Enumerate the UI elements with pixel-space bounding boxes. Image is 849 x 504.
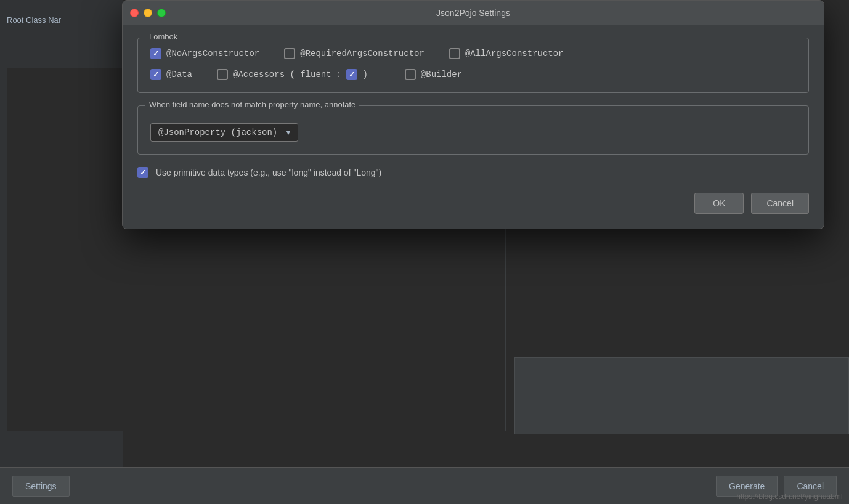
cancel-button[interactable]: Cancel xyxy=(751,193,809,214)
no-args-constructor-item: @NoArgsConstructor xyxy=(150,48,259,59)
dialog-buttons: OK Cancel xyxy=(137,193,809,214)
annotation-dropdown-container: @JsonProperty (jackson) @SerializedName … xyxy=(150,123,298,142)
accessors-item: @Accessors ( fluent : xyxy=(217,69,341,80)
data-item: @Data xyxy=(150,69,192,80)
annotate-group-label: When field name does not match property … xyxy=(145,100,359,109)
modal-titlebar: Json2Pojo Settings xyxy=(123,1,824,25)
ide-right-panel-top xyxy=(514,357,849,407)
fluent-val-label: ) xyxy=(362,70,367,79)
footer-link: https://blog.csdn.net/yinghuabmf xyxy=(736,492,843,501)
minimize-button[interactable] xyxy=(144,9,152,17)
all-args-constructor-item: @AllArgsConstructor xyxy=(449,48,564,59)
lombok-row1: @NoArgsConstructor @RequiredArgsConstruc… xyxy=(150,48,796,59)
builder-label: @Builder xyxy=(421,70,462,79)
lombok-group: Lombok @NoArgsConstructor @RequiredArgsC… xyxy=(137,38,809,93)
required-args-constructor-label: @RequiredArgsConstructor xyxy=(300,49,424,59)
all-args-constructor-checkbox[interactable] xyxy=(449,48,460,59)
data-label: @Data xyxy=(166,70,192,79)
modal-content: Lombok @NoArgsConstructor @RequiredArgsC… xyxy=(123,25,824,229)
traffic-lights xyxy=(130,9,166,17)
primitive-types-label: Use primitive data types (e.g., use "lon… xyxy=(156,168,381,177)
maximize-button[interactable] xyxy=(157,9,166,17)
settings-modal: Json2Pojo Settings Lombok @NoArgsConstru… xyxy=(122,0,824,229)
ok-button[interactable]: OK xyxy=(694,193,744,214)
no-args-constructor-checkbox[interactable] xyxy=(150,48,161,59)
all-args-constructor-label: @AllArgsConstructor xyxy=(465,49,564,59)
no-args-constructor-label: @NoArgsConstructor xyxy=(166,49,259,59)
accessors-checkbox[interactable] xyxy=(217,69,228,80)
close-button[interactable] xyxy=(130,9,139,17)
accessors-label: @Accessors ( fluent : xyxy=(233,70,341,79)
primitive-types-checkbox[interactable] xyxy=(137,167,148,178)
lombok-row2: @Data @Accessors ( fluent : ) @Builder xyxy=(150,69,796,80)
builder-checkbox[interactable] xyxy=(405,69,416,80)
settings-button[interactable]: Settings xyxy=(12,476,70,497)
bottom-toolbar: Settings Generate Cancel xyxy=(0,467,849,504)
fluent-val-item: ) xyxy=(346,69,367,80)
required-args-constructor-item: @RequiredArgsConstructor xyxy=(284,48,424,59)
primitive-row: Use primitive data types (e.g., use "lon… xyxy=(137,167,809,178)
annotate-group: When field name does not match property … xyxy=(137,105,809,155)
data-checkbox[interactable] xyxy=(150,69,161,80)
root-class-label: Root Class Nar xyxy=(7,15,61,25)
builder-item: @Builder xyxy=(405,69,462,80)
modal-title: Json2Pojo Settings xyxy=(436,8,510,18)
dropdown-wrapper: @JsonProperty (jackson) @SerializedName … xyxy=(150,123,796,142)
annotation-dropdown[interactable]: @JsonProperty (jackson) @SerializedName … xyxy=(150,123,298,142)
required-args-constructor-checkbox[interactable] xyxy=(284,48,295,59)
lombok-group-label: Lombok xyxy=(145,32,181,41)
fluent-val-checkbox[interactable] xyxy=(346,69,357,80)
ide-right-panel-bottom xyxy=(514,404,849,434)
